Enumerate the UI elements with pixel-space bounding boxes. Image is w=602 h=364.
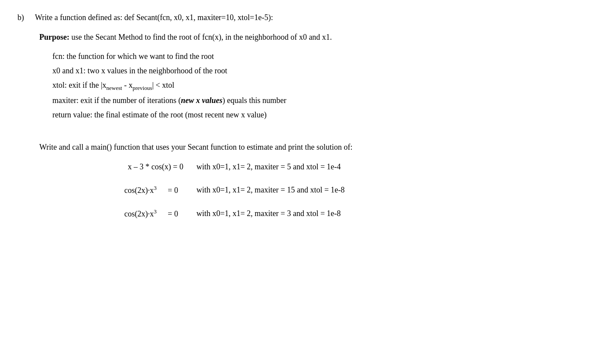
eq3-left: cos(2x)·x3 = 0 xyxy=(70,208,183,219)
purpose-line: Purpose: use the Secant Method to find t… xyxy=(39,33,585,42)
purpose-label: Purpose: xyxy=(39,33,69,41)
main-content: b) Write a function defined as: def Seca… xyxy=(17,13,585,219)
equations-section: x – 3 * cos(x) = 0 with x0=1, x1= 2, max… xyxy=(70,162,585,219)
eq3-with: with x0=1, x1= 2, maxiter = 3 and xtol =… xyxy=(196,209,341,218)
equation-row-1: x – 3 * cos(x) = 0 with x0=1, x1= 2, max… xyxy=(70,162,585,172)
part-label: b) xyxy=(17,13,31,22)
param-maxiter: maxiter: exit if the number of iteration… xyxy=(52,95,585,106)
purpose-text: use the Secant Method to find the root o… xyxy=(69,33,332,41)
param-fcn: fcn: the function for which we want to f… xyxy=(52,51,585,62)
sup-3-eq3: 3 xyxy=(154,208,157,215)
def-line: Write a function defined as: def Secant(… xyxy=(35,13,273,22)
param-xtol: xtol: exit if the |xnewest - xprevious| … xyxy=(52,79,585,92)
eq2-with: with x0=1, x1= 2, maxiter = 15 and xtol … xyxy=(196,185,345,195)
write-main-line: Write and call a main() function that us… xyxy=(39,143,585,152)
param-return: return value: the final estimate of the … xyxy=(52,109,585,121)
params-section: fcn: the function for which we want to f… xyxy=(52,51,585,121)
purpose-section: Purpose: use the Secant Method to find t… xyxy=(39,33,585,42)
part-b-header: b) Write a function defined as: def Seca… xyxy=(17,13,585,22)
param-x0x1: x0 and x1: two x values in the neighborh… xyxy=(52,65,585,77)
eq1-left: x – 3 * cos(x) = 0 xyxy=(70,162,183,172)
equation-row-3: cos(2x)·x3 = 0 with x0=1, x1= 2, maxiter… xyxy=(70,208,585,219)
bold-italic-text: new x values xyxy=(181,96,222,105)
eq2-left: cos(2x)·x3 = 0 xyxy=(70,185,183,195)
sub-previous: previous xyxy=(133,85,152,91)
sub-newest: newest xyxy=(107,85,122,91)
write-main-section: Write and call a main() function that us… xyxy=(39,143,585,152)
sup-3-eq2: 3 xyxy=(154,185,157,191)
eq1-with: with x0=1, x1= 2, maxiter = 5 and xtol =… xyxy=(196,162,341,172)
equation-row-2: cos(2x)·x3 = 0 with x0=1, x1= 2, maxiter… xyxy=(70,185,585,195)
